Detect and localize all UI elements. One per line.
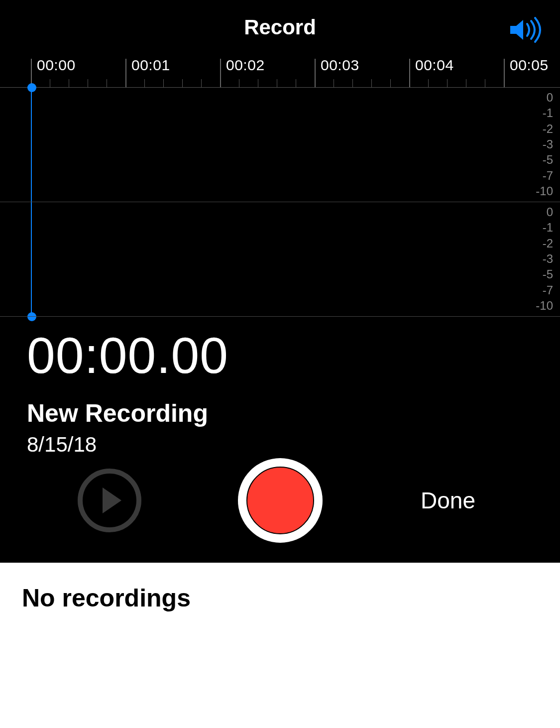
- ruler-tick-minor: [428, 79, 429, 87]
- ruler-tick-label: 00:04: [415, 57, 454, 74]
- ruler-tick-major: [125, 59, 126, 87]
- ruler-tick-major: [409, 59, 410, 87]
- ruler-tick-major: [315, 59, 316, 87]
- db-value: -5: [543, 153, 553, 167]
- controls: Done: [0, 458, 560, 543]
- done-button[interactable]: Done: [421, 487, 475, 514]
- ruler-tick-minor: [258, 79, 258, 87]
- recording-name: New Recording: [27, 399, 533, 428]
- ruler-tick-minor: [334, 79, 334, 87]
- time-ruler[interactable]: 00:0000:0100:0200:0300:0400:05: [0, 55, 560, 88]
- db-value: -7: [543, 169, 553, 183]
- record-icon: [246, 467, 314, 534]
- ruler-tick-minor: [182, 79, 183, 87]
- db-scale-top: 0-1-2-3-5-7-10: [536, 91, 553, 199]
- empty-state-label: No recordings: [0, 563, 560, 633]
- ruler-tick-label: 00:03: [321, 57, 359, 74]
- db-value: -5: [543, 267, 553, 282]
- db-value: 0: [547, 91, 553, 105]
- ruler-tick-major: [504, 59, 505, 87]
- recording-date: 8/15/18: [27, 433, 533, 457]
- volume-icon[interactable]: [508, 17, 543, 43]
- ruler-tick-minor: [107, 79, 107, 87]
- db-value: -1: [543, 106, 553, 121]
- db-value: -3: [543, 252, 553, 266]
- ruler-tick-minor: [69, 79, 69, 87]
- ruler-tick-minor: [485, 79, 485, 87]
- ruler-tick-label: 00:01: [131, 57, 170, 74]
- elapsed-time: 00:00.00: [27, 327, 533, 385]
- ruler-tick-minor: [163, 79, 164, 87]
- recording-info: 00:00.00 New Recording 8/15/18: [0, 317, 560, 457]
- recordings-list-panel: No recordings: [0, 563, 560, 728]
- db-value: -2: [543, 237, 553, 251]
- ruler-tick-label: 00:00: [37, 57, 76, 74]
- db-value: -2: [543, 122, 553, 136]
- waveform-right-channel: -10-7-5-3-2-10: [0, 202, 560, 317]
- ruler-tick-minor: [447, 79, 448, 87]
- ruler-tick-minor: [88, 79, 88, 87]
- ruler-tick-minor: [239, 79, 239, 87]
- ruler-tick-minor: [277, 79, 277, 87]
- waveform-left-channel: 0-1-2-3-5-7-10: [0, 88, 560, 202]
- record-button[interactable]: [238, 458, 323, 543]
- page-title: Record: [244, 15, 316, 39]
- db-value: -1: [543, 221, 553, 235]
- ruler-tick-minor: [296, 79, 296, 87]
- ruler-tick-minor: [201, 79, 202, 87]
- db-value: -7: [543, 283, 553, 298]
- ruler-tick-minor: [50, 79, 50, 87]
- db-scale-bottom: -10-7-5-3-2-10: [536, 205, 553, 313]
- ruler-tick-minor: [371, 79, 372, 87]
- ruler-tick-major: [220, 59, 221, 87]
- ruler-tick-minor: [144, 79, 145, 87]
- db-value: 0: [547, 205, 553, 220]
- header-bar: Record: [0, 0, 560, 55]
- ruler-tick-minor: [390, 79, 391, 87]
- play-icon: [103, 487, 121, 513]
- waveform-area[interactable]: 0-1-2-3-5-7-10 -10-7-5-3-2-10: [0, 88, 560, 317]
- play-button[interactable]: [78, 469, 141, 532]
- db-value: -10: [536, 299, 553, 313]
- ruler-tick-minor: [352, 79, 353, 87]
- db-value: -10: [536, 184, 553, 199]
- ruler-tick-label: 00:05: [510, 57, 549, 74]
- ruler-tick-minor: [466, 79, 466, 87]
- db-value: -3: [543, 137, 553, 152]
- ruler-tick-label: 00:02: [226, 57, 265, 74]
